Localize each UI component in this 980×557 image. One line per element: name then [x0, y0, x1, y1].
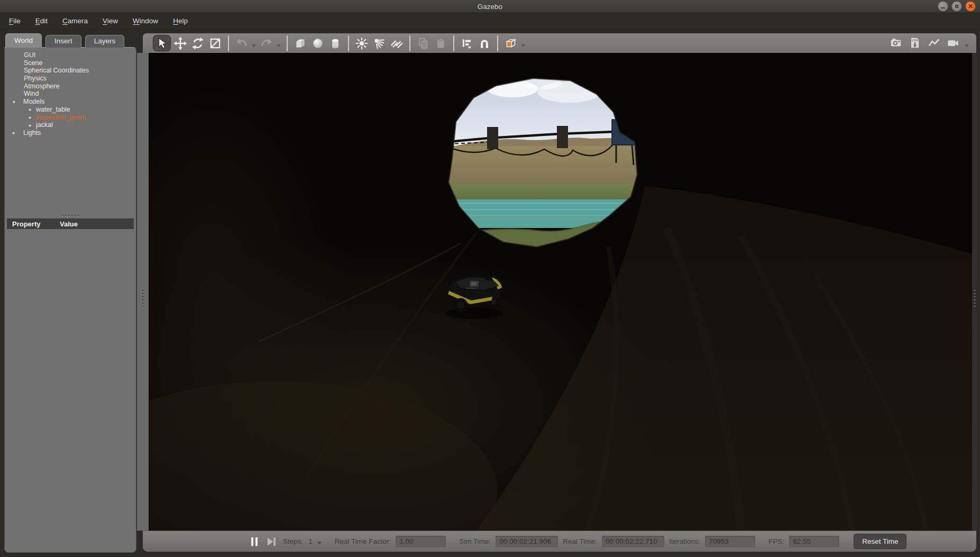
menu-view[interactable]: View	[100, 16, 120, 26]
sim-time-field[interactable]: 00 00:02:21.906	[496, 536, 558, 547]
pause-button[interactable]	[248, 535, 261, 549]
copy-icon	[416, 36, 430, 50]
rotate-button[interactable]	[190, 35, 206, 51]
panel-splitter-handle[interactable]	[62, 215, 79, 216]
minimize-button[interactable]	[938, 1, 948, 12]
screenshot-button[interactable]	[888, 35, 904, 51]
tree-item-water-table[interactable]: ▸water_table	[5, 106, 136, 114]
box-icon	[294, 36, 307, 50]
toolbar-group	[148, 35, 229, 51]
plot-icon	[927, 36, 941, 50]
menu-window[interactable]: Window	[131, 16, 160, 26]
scale-button[interactable]	[207, 35, 223, 51]
tree-item-label: Lights	[23, 129, 41, 136]
expand-right-icon[interactable]: ▸	[29, 106, 36, 114]
expand-down-icon[interactable]: ▾	[12, 98, 23, 106]
jackal-robot[interactable]	[445, 276, 504, 319]
expand-right-icon[interactable]: ▸	[29, 114, 36, 122]
maximize-icon	[955, 5, 958, 8]
toolbar-group	[229, 35, 288, 51]
view-angle-button[interactable]	[503, 35, 519, 51]
sidebar-tabs: WorldInsertLayers	[5, 33, 124, 48]
log-record-icon: LOG	[908, 36, 922, 50]
log-record-button[interactable]: LOG	[907, 35, 923, 51]
left-splitter[interactable]	[137, 53, 149, 531]
close-button[interactable]: ✕	[965, 1, 976, 12]
plot-button[interactable]	[926, 35, 942, 51]
tree-item-inspection-geom[interactable]: ▸inspection_geom	[5, 114, 136, 122]
tree-item-wind[interactable]: Wind	[5, 90, 136, 98]
menu-help[interactable]: Help	[171, 16, 190, 26]
expand-right-icon[interactable]: ▸	[29, 122, 36, 130]
title-bar: Gazebo ✕	[0, 0, 980, 13]
tree-item-spherical-coordinates[interactable]: Spherical Coordinates	[5, 67, 136, 75]
spot-light-button[interactable]	[371, 35, 387, 51]
maximize-button[interactable]	[951, 1, 962, 12]
select-arrow-button[interactable]	[153, 35, 171, 51]
rotate-icon	[191, 36, 205, 50]
tab-world[interactable]: World	[5, 33, 42, 48]
align-button[interactable]	[459, 35, 475, 51]
translate-button[interactable]	[172, 35, 188, 51]
point-light-button[interactable]	[354, 35, 370, 51]
directional-light-icon	[390, 36, 404, 50]
tree-item-label: Scene	[24, 59, 42, 67]
toolbar-right-group: LOG	[888, 35, 970, 51]
toolbar-group	[288, 35, 349, 51]
undo-button[interactable]	[234, 35, 250, 51]
video-record-button[interactable]	[945, 35, 961, 51]
dropdown-caret-icon[interactable]	[521, 44, 525, 47]
fps-field[interactable]: 62.55	[789, 536, 839, 547]
tree-item-label: GUI	[24, 51, 35, 59]
dropdown-caret-icon[interactable]	[277, 44, 281, 47]
snap-button[interactable]	[477, 35, 492, 51]
world-panel: GUISceneSpherical CoordinatesPhysicsAtmo…	[4, 47, 136, 553]
copy-button[interactable]	[415, 35, 431, 51]
main-toolbar: LOG	[143, 33, 976, 53]
tree-item-label: Models	[23, 98, 44, 105]
dropdown-caret-icon[interactable]	[965, 44, 969, 47]
box-button[interactable]	[292, 35, 308, 51]
minimize-icon	[941, 5, 945, 8]
tree-item-label: jackal	[36, 121, 53, 129]
tab-layers[interactable]: Layers	[85, 35, 125, 48]
cable-post	[487, 127, 498, 149]
menu-file[interactable]: File	[7, 16, 23, 26]
tree-item-atmosphere[interactable]: Atmosphere	[5, 83, 136, 90]
redo-button[interactable]	[259, 35, 274, 51]
property-column-header: Property	[7, 220, 60, 228]
step-forward-button[interactable]	[264, 535, 278, 549]
real-time-factor-field[interactable]: 1.00	[396, 536, 446, 547]
paste-button[interactable]	[433, 35, 448, 51]
tree-item-scene[interactable]: Scene	[5, 59, 136, 67]
align-icon	[460, 36, 474, 50]
tab-insert[interactable]: Insert	[45, 35, 81, 48]
close-icon: ✕	[968, 3, 973, 10]
steps-dropdown-caret[interactable]	[317, 542, 322, 544]
iterations-field[interactable]: 70953	[705, 536, 755, 547]
right-splitter[interactable]	[972, 53, 977, 531]
menu-edit[interactable]: Edit	[33, 16, 50, 26]
undo-icon	[235, 36, 249, 50]
menu-bar: FileEditCameraViewWindowHelp	[0, 14, 980, 28]
expand-right-icon[interactable]: ▸	[12, 129, 23, 137]
sphere-icon	[311, 36, 325, 50]
3d-viewport[interactable]	[149, 53, 972, 531]
real-time-field[interactable]: 00 00:02:22.710	[602, 536, 664, 547]
screenshot-icon	[889, 36, 903, 50]
directional-light-button[interactable]	[389, 35, 405, 51]
tree-item-models[interactable]: ▾Models	[5, 98, 136, 106]
real-time-label: Real Time:	[563, 537, 597, 545]
tree-item-physics[interactable]: Physics	[5, 75, 136, 83]
cylinder-button[interactable]	[327, 35, 343, 51]
tree-item-lights[interactable]: ▸Lights	[5, 129, 136, 137]
tree-item-jackal[interactable]: ▸jackal	[5, 121, 136, 129]
dropdown-caret-icon[interactable]	[252, 44, 256, 47]
reset-time-button[interactable]: Reset Time	[854, 534, 906, 549]
real-time-factor-label: Real Time Factor:	[335, 537, 391, 545]
menu-camera[interactable]: Camera	[60, 16, 90, 26]
toolbar-group	[410, 35, 454, 51]
tree-item-gui[interactable]: GUI	[5, 51, 136, 59]
sphere-button[interactable]	[310, 35, 326, 51]
scale-icon	[208, 36, 222, 50]
